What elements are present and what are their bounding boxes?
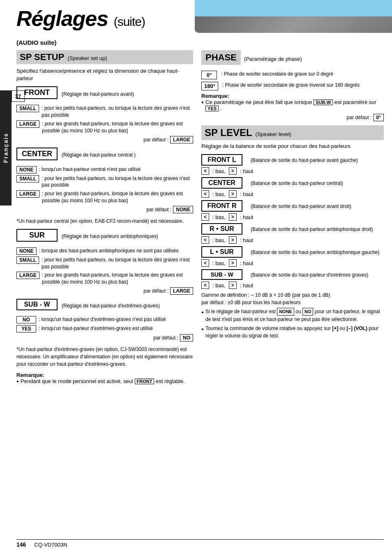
footer-model: CQ-VD7003N [34, 542, 67, 548]
sidebar-label-text: Français [2, 133, 9, 163]
remarque-block: Remarque: Pendant que le mode personnel … [16, 372, 193, 384]
l-sur-buttons: < : bas, > : haut [201, 259, 384, 267]
phase-desc: (Paramétrage de phase) [244, 56, 302, 62]
center-small-text: : pour les petits haut-parleurs, ou lors… [42, 175, 193, 189]
content-area: (AUDIO suite) SP SETUP (Speaker set up) … [16, 39, 384, 384]
subw-inline-badge: SUB-W [314, 99, 333, 105]
sp-setup-heading: SP SETUP (Speaker set up) [16, 50, 193, 64]
l-sur-btn-left[interactable]: < [201, 259, 209, 267]
front-small-option: SMALL : pour les petits haut-parleurs, o… [16, 105, 193, 119]
subw-sp-btn-left[interactable]: < [201, 282, 209, 289]
l-sur-desc: (Balance de sortie du haut-parleur ambio… [251, 249, 380, 256]
subw-sp-btn-right[interactable]: > [229, 282, 237, 289]
phase-heading: PHASE [201, 50, 241, 65]
page-footer: 146 CQ-VD7003N [16, 539, 384, 548]
sur-small-badge: SMALL [16, 256, 39, 264]
sp-setup-heading-sub: (Speaker set up) [67, 55, 107, 61]
no-inline-badge: NO [302, 308, 314, 316]
front-l-block: FRONT L (Balance de sortie du haut-parle… [201, 154, 384, 175]
subw-sp-right-text: : haut [240, 282, 254, 289]
front-large-text: : pour les grands haut-parleurs, lorsque… [42, 120, 193, 134]
center-asterisk-note: *Un haut-parleur central (en option, EAB… [16, 217, 193, 225]
phase-default-line: par défaut : 0° [201, 114, 384, 121]
sp-level-note-1-text: Si le réglage de haut-parleur est NONE o… [205, 308, 384, 323]
center-sp-label: CENTER [201, 177, 242, 189]
phase-section: PHASE (Paramétrage de phase) 0° : Phase … [201, 50, 384, 121]
front-r-btn-right[interactable]: > [229, 213, 237, 221]
phase-180-text: : Phase de woofer secondaire de grave in… [222, 82, 360, 89]
sur-none-text: : lorsque des haut-parleurs ambiophoniqu… [39, 247, 179, 254]
front-r-block: FRONT R (Balance de sortie du haut-parle… [201, 200, 384, 221]
subw-sp-label: SUB - W [201, 269, 242, 280]
sp-setup-heading-bold: SP SETUP [20, 52, 64, 62]
r-sur-left-text: : bas, [212, 237, 226, 243]
phase-default-badge: 0° [374, 114, 384, 121]
none-inline-badge: NONE [277, 308, 294, 316]
footer-page-number: 146 [16, 541, 26, 548]
sur-none-badge: NONE [16, 247, 37, 255]
r-sur-btn-left[interactable]: < [201, 236, 209, 244]
l-sur-block: L • SUR (Balance de sortie du haut-parle… [201, 246, 384, 267]
front-small-text: : pour les petits haut-parleurs, ou lors… [42, 105, 193, 119]
sur-default-line: par défaut : LARGE [16, 287, 193, 295]
center-sp-block: CENTER (Balance de sortie du haut-parleu… [201, 177, 384, 198]
phase-remarque-text: Ce paramétrage ne peut être fait que lor… [205, 99, 384, 111]
front-default-label: par défaut : [143, 137, 168, 143]
subw-sp-label-row: SUB - W (Balance de sortie du haut-parle… [201, 269, 384, 281]
header-area: Réglages (suite) [0, 0, 392, 37]
center-sp-btn-left[interactable]: < [201, 190, 209, 198]
r-sur-right-text: : haut [240, 237, 254, 243]
center-none-badge: NONE [16, 166, 37, 173]
center-sp-left-text: : bas, [212, 191, 226, 197]
center-sp-right-text: : haut [240, 191, 254, 197]
front-l-btn-left[interactable]: < [201, 167, 209, 175]
subw-desc: (Réglage de haut-parleur d'extrêmes-grav… [62, 303, 160, 309]
phase-default-label: par défaut : [347, 115, 372, 120]
two-column-layout: SP SETUP (Speaker set up) Spécifiez l'ab… [16, 50, 384, 384]
phase-0-value: 0° [201, 71, 217, 79]
front-l-desc: (Balance de sortie du haut-parleur avant… [251, 157, 358, 164]
center-default-label: par défaut : [147, 207, 172, 212]
center-default-badge: NONE [173, 206, 193, 213]
sp-level-sub: (Speaker level) [256, 131, 291, 137]
front-default-badge: LARGE [170, 136, 193, 143]
subw-yes-badge: YES [16, 325, 36, 332]
sp-level-heading: SP LEVEL (Speaker level) [201, 125, 384, 140]
subw-no-option: NO : lorsqu'un haut-parleur d'extrêmes-g… [16, 316, 193, 323]
front-l-btn-right[interactable]: > [229, 167, 237, 175]
center-desc: (Réglage de haut-parleur central ) [62, 152, 136, 158]
center-default-line: par défaut : NONE [16, 206, 193, 213]
front-r-buttons: < : bas, > : haut [201, 213, 384, 221]
l-sur-label: L • SUR [201, 246, 242, 258]
front-large-badge: LARGE [16, 120, 39, 128]
front-inline-badge: FRONT [135, 379, 154, 384]
center-sp-btn-right[interactable]: > [229, 190, 237, 198]
right-column: PHASE (Paramétrage de phase) 0° : Phase … [201, 50, 384, 384]
sp-level-range-text: Gamme de définition : – 10 dB à + 10 dB … [201, 291, 384, 306]
sp-level-bold: SP LEVEL [205, 127, 252, 138]
front-l-buttons: < : bas, > : haut [201, 167, 384, 175]
center-label: CENTER [16, 148, 58, 160]
center-sp-desc: (Balance de sortie du haut-parleur centr… [251, 180, 343, 187]
front-r-right-text: : haut [240, 214, 254, 220]
phase-180-value: 180° [201, 82, 218, 90]
title-sub: (suite) [114, 15, 145, 28]
sur-small-text: : pour les petits haut-parleurs, ou lors… [42, 256, 193, 270]
front-r-btn-left[interactable]: < [201, 213, 209, 221]
subw-default-line: par défaut : NO [16, 334, 193, 342]
l-sur-right-text: : haut [240, 260, 254, 266]
r-sur-label-row: R • SUR (Balance de sortie du haut-parle… [201, 223, 384, 235]
center-small-option: SMALL : pour les petits haut-parleurs, o… [16, 175, 193, 189]
center-section: CENTER (Réglage de haut-parleur central … [16, 148, 193, 225]
subw-sp-desc: (Balance de sortie du haut-parleur d'ext… [251, 272, 368, 279]
center-sp-buttons: < : bas, > : haut [201, 190, 384, 198]
sp-setup-desc: Spécifiez l'absence/présence et réglez l… [16, 67, 193, 82]
r-sur-btn-right[interactable]: > [229, 236, 237, 244]
front-l-left-text: : bas, [212, 168, 226, 174]
subw-label-row: SUB - W (Réglage de haut-parleur d'extrê… [16, 299, 193, 313]
sp-level-note-2-text: Tournez la commande de volume rotative o… [205, 325, 384, 339]
remarque-label: Remarque: [16, 372, 193, 378]
subw-default-label: par défaut : [153, 335, 178, 341]
front-l-right-text: : haut [240, 168, 254, 174]
l-sur-btn-right[interactable]: > [229, 259, 237, 267]
